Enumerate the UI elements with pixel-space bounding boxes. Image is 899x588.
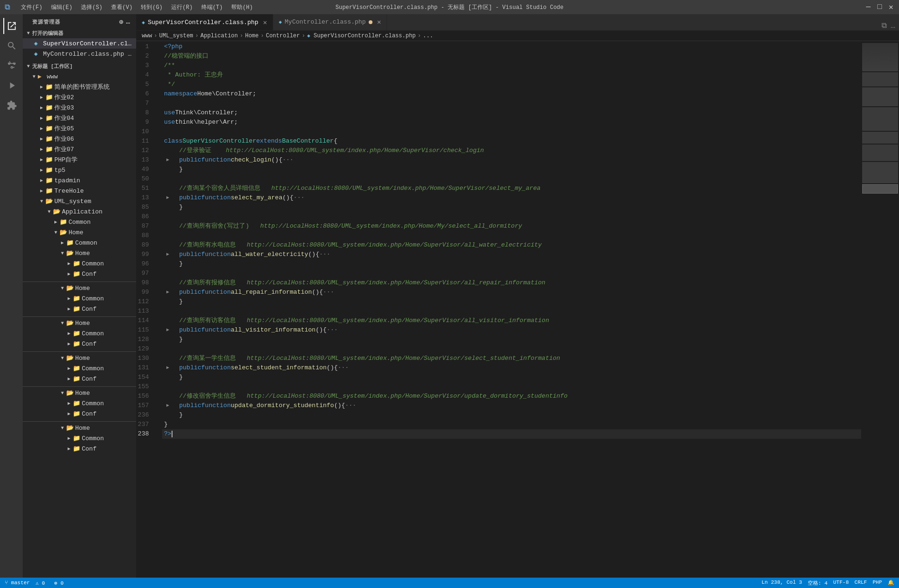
menu-item[interactable]: 查看(V) xyxy=(107,1,137,13)
collapse-arrow-update[interactable]: ▶ xyxy=(164,401,172,410)
tree-hw04[interactable]: ▶ 📁 作业04 xyxy=(23,113,136,123)
menu-item[interactable]: 选择(S) xyxy=(77,1,106,13)
collapse-arrow-repair[interactable]: ▶ xyxy=(164,288,172,297)
tree-conf5[interactable]: ▶ 📁 Conf xyxy=(23,409,136,419)
minimize-button[interactable]: — xyxy=(865,4,872,10)
breadcrumb-file[interactable]: ◈ SuperVisorController.class.php xyxy=(307,33,416,39)
tree-common3[interactable]: ▶ 📁 Common xyxy=(23,258,136,269)
tree-conf2[interactable]: ▶ 📁 Conf xyxy=(23,304,136,314)
status-spaces[interactable]: 空格: 4 xyxy=(808,579,828,587)
tree-home5[interactable]: ▼ 📂 Home xyxy=(23,353,136,363)
ln-155: 155 xyxy=(136,382,153,392)
tree-common8[interactable]: ▶ 📁 Common xyxy=(23,433,136,443)
tree-common1[interactable]: ▶ 📁 Common xyxy=(23,217,136,227)
close-button[interactable]: ✕ xyxy=(888,4,894,10)
extensions-icon[interactable] xyxy=(3,97,19,113)
tree-hw06[interactable]: ▶ 📁 作业06 xyxy=(23,134,136,144)
status-bell[interactable]: 🔔 xyxy=(888,579,894,587)
tree-common2[interactable]: ▶ 📁 Common xyxy=(23,238,136,248)
minimap-viewport[interactable] xyxy=(862,184,898,194)
status-lineending[interactable]: CRLF xyxy=(855,579,867,587)
status-errors[interactable]: ⚠ 0 ⊗ 0 xyxy=(35,580,63,586)
tree-conf4[interactable]: ▶ 📁 Conf xyxy=(23,374,136,384)
tree-home4[interactable]: ▼ 📂 Home xyxy=(23,318,136,328)
run-icon[interactable] xyxy=(3,77,19,94)
tree-home6[interactable]: ▼ 📂 Home xyxy=(23,388,136,398)
status-branch[interactable]: ⑂ master xyxy=(5,580,30,586)
status-language[interactable]: PHP xyxy=(873,579,882,587)
explorer-icon[interactable] xyxy=(3,18,19,34)
more-options-icon[interactable]: … xyxy=(126,18,130,26)
menu-bar[interactable]: 文件(F)编辑(E)选择(S)查看(V)转到(G)运行(R)终端(T)帮助(H) xyxy=(17,1,257,13)
new-file-icon[interactable]: ⊕ xyxy=(119,18,123,26)
menu-item[interactable]: 运行(R) xyxy=(167,1,197,13)
menu-item[interactable]: 编辑(E) xyxy=(47,1,77,13)
separator2 xyxy=(23,315,136,317)
tree-home1[interactable]: ▼ 📂 Home xyxy=(23,227,136,238)
window-controls[interactable]: — □ ✕ xyxy=(865,4,894,10)
source-control-icon[interactable] xyxy=(3,58,19,74)
tab-supervisor[interactable]: ◈ SuperVisorController.class.php ✕ xyxy=(136,14,273,30)
collapse-arrow-13[interactable]: ▶ xyxy=(164,155,172,165)
code-line-113 xyxy=(162,307,861,316)
tree-php[interactable]: ▶ 📁 PHP自学 xyxy=(23,154,136,165)
status-position[interactable]: Ln 238, Col 3 xyxy=(761,579,802,587)
breadcrumb-www[interactable]: www xyxy=(142,33,152,39)
tree-application[interactable]: ▼ 📂 Application xyxy=(23,206,136,217)
tree-conf1[interactable]: ▶ 📁 Conf xyxy=(23,269,136,279)
split-editor-icon[interactable]: ⧉ xyxy=(882,21,887,30)
window-title: SuperVisorController.class.php - 无标题 [工作… xyxy=(336,3,563,11)
status-encoding[interactable]: UTF-8 xyxy=(833,579,849,587)
menu-item[interactable]: 终端(T) xyxy=(198,1,227,13)
menu-item[interactable]: 转到(G) xyxy=(137,1,166,13)
breadcrumb-controller[interactable]: Controller xyxy=(266,33,300,39)
tree-common4[interactable]: ▶ 📁 Common xyxy=(23,293,136,304)
code-line-9: use think\helper\Arr; xyxy=(162,118,861,127)
menu-item[interactable]: 帮助(H) xyxy=(227,1,257,13)
sidebar-icons[interactable]: ⊕ … xyxy=(119,18,130,26)
collapse-arrow-select-area[interactable]: ▶ xyxy=(164,193,172,203)
tree-hw03[interactable]: ▶ 📁 作业03 xyxy=(23,102,136,113)
tree-home2[interactable]: ▼ 📂 Home xyxy=(23,248,136,258)
home2-icon: 📂 xyxy=(66,249,74,257)
tab-supervisor-close[interactable]: ✕ xyxy=(261,18,269,26)
collapse-arrow-visitor[interactable]: ▶ xyxy=(164,325,172,335)
tree-conf3[interactable]: ▶ 📁 Conf xyxy=(23,339,136,349)
open-file-supervisor[interactable]: ◈ SuperVisorController.class.php www... xyxy=(23,38,136,49)
breadcrumb-uml[interactable]: UML_system xyxy=(159,33,193,39)
tree-home3[interactable]: ▼ 📂 Home xyxy=(23,283,136,293)
tree-hw07[interactable]: ▶ 📁 作业07 xyxy=(23,144,136,154)
tree-hw02[interactable]: ▶ 📁 作业02 xyxy=(23,92,136,102)
tabs-right-actions[interactable]: ⧉ … xyxy=(878,21,899,30)
tree-common6[interactable]: ▶ 📁 Common xyxy=(23,363,136,374)
tree-libsys[interactable]: ▶ 📁 简单的图书管理系统 xyxy=(23,82,136,92)
maximize-button[interactable]: □ xyxy=(876,4,883,10)
more-tabs-icon[interactable]: … xyxy=(890,22,895,30)
menu-item[interactable]: 文件(F) xyxy=(17,1,46,13)
tree-common7[interactable]: ▶ 📁 Common xyxy=(23,398,136,409)
tree-common5[interactable]: ▶ 📁 Common xyxy=(23,328,136,339)
open-file-mycontroller[interactable]: ◈ MyController.class.php www + UML_s... xyxy=(23,49,136,59)
breadcrumb-app[interactable]: Application xyxy=(200,33,238,39)
collapse-arrow-student[interactable]: ▶ xyxy=(164,363,172,373)
tab-modified-dot xyxy=(369,20,372,24)
tree-www[interactable]: ▼ ▶ www xyxy=(23,71,136,82)
collapse-arrow-water[interactable]: ▶ xyxy=(164,250,172,259)
tab-mycontroller[interactable]: ◈ MyController.class.php ✕ xyxy=(273,14,387,30)
breadcrumb-more[interactable]: ... xyxy=(423,33,433,39)
tree-conf6[interactable]: ▶ 📁 Conf xyxy=(23,443,136,454)
tree-hw05[interactable]: ▶ 📁 作业05 xyxy=(23,123,136,134)
breadcrumb-home[interactable]: Home xyxy=(245,33,259,39)
code-content[interactable]: <?php //稳管端的接口 /** * Author: 王忠舟 */ name… xyxy=(162,41,861,578)
tree-tpadmin[interactable]: ▶ 📁 tpadmin xyxy=(23,175,136,186)
tab-mycontroller-close[interactable]: ✕ xyxy=(375,18,383,26)
tree-treehole[interactable]: ▶ 📁 TreeHole xyxy=(23,186,136,196)
tree-tp5[interactable]: ▶ 📁 tp5 xyxy=(23,165,136,175)
workspace-section[interactable]: ▼ 无标题 [工作区] xyxy=(23,61,136,71)
tree-uml[interactable]: ▼ 📂 UML_system xyxy=(23,196,136,206)
search-icon[interactable] xyxy=(3,38,19,54)
workspace-label: 无标题 [工作区] xyxy=(32,63,73,70)
open-editors-section[interactable]: ▼ 打开的编辑器 xyxy=(23,28,136,38)
tree-home7[interactable]: ▼ 📂 Home xyxy=(23,423,136,433)
ln-2: 2 xyxy=(136,51,153,61)
